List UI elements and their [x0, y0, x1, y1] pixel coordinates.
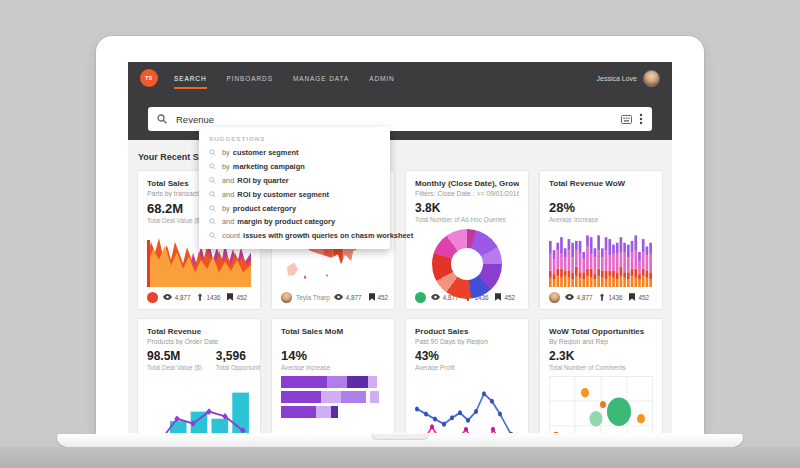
search-icon [209, 191, 216, 198]
search-icon [209, 149, 216, 156]
metric-value: 3,596 [216, 349, 261, 363]
card-total-revenue[interactable]: Total Revenue Products by Order Date 98.… [137, 318, 261, 433]
owner-avatar [147, 292, 158, 303]
views-count: 4,877 [577, 294, 593, 301]
card-title: WoW Total Opportunities [549, 327, 653, 336]
metric-value: 3.8K [415, 201, 519, 215]
views-icon [565, 294, 574, 300]
suggestion-item[interactable]: bycustomer segment [199, 146, 390, 160]
suggestion-item[interactable]: countissues with growth queries on chasm… [199, 229, 390, 243]
search-icon [209, 205, 216, 212]
tab-admin[interactable]: ADMIN [369, 62, 394, 94]
views-icon [163, 294, 172, 300]
card-subtitle: By Region and Rep [549, 338, 653, 345]
card-subtitle: Past 90 Days by Region [415, 338, 519, 345]
user-menu[interactable]: Jessica Love [597, 70, 660, 87]
desktop-background: TS SEARCH PINBOARDS MANAGE DATA ADMIN Je… [0, 0, 800, 468]
suggestion-item[interactable]: bymarketing campaign [199, 160, 390, 174]
card-subtitle: Filters: Close Date : >= 09/01/2016 ... [415, 190, 519, 197]
laptop-notch [371, 434, 429, 440]
search-input[interactable] [174, 113, 614, 126]
laptop-screen: TS SEARCH PINBOARDS MANAGE DATA ADMIN Je… [96, 36, 704, 434]
tab-manage-data[interactable]: MANAGE DATA [293, 62, 349, 94]
views-count: 4,877 [346, 294, 362, 301]
metric-label: Average Increase [549, 216, 653, 223]
suggestion-item[interactable]: byproduct catergory [199, 201, 390, 215]
share-icon [599, 293, 605, 301]
views-icon [431, 294, 440, 300]
owner-avatar [549, 292, 560, 303]
bookmark-icon[interactable] [495, 293, 501, 301]
tab-pinboards[interactable]: PINBOARDS [227, 62, 273, 94]
owner-avatar [415, 292, 426, 303]
card-title: Product Sales [415, 327, 519, 336]
metric-value: 14% [281, 348, 385, 363]
card-footer: 4,877 1436 452 [147, 290, 251, 304]
desk-surface [0, 447, 800, 468]
metric-label: Total Number of Ad-Hoc Queries [415, 216, 519, 223]
suggestion-item[interactable]: andROI by quarter [199, 174, 390, 188]
card-total-sales-mom[interactable]: Total Sales MoM 14% Average Increase [271, 318, 395, 433]
user-avatar [643, 70, 660, 87]
metric-value: 43% [415, 349, 519, 363]
user-name: Jessica Love [597, 75, 637, 82]
metric-label: Average Profit [415, 364, 519, 371]
keyboard-icon[interactable] [621, 115, 632, 124]
card-footer: 4,877 1436 452 [549, 290, 653, 304]
bubble-chart [549, 376, 653, 433]
tab-search[interactable]: SEARCH [174, 62, 207, 94]
card-subtitle: Products by Order Date [147, 338, 251, 345]
views-icon [334, 294, 343, 300]
app-logo[interactable]: TS [140, 69, 158, 87]
metric-value: 98.5M [147, 349, 202, 363]
share-count: 1436 [206, 294, 220, 301]
metric-label: Total Opportunities [216, 364, 261, 371]
bar-line-chart [147, 376, 251, 433]
laptop-base [57, 434, 743, 447]
views-count: 4,877 [175, 294, 191, 301]
search-icon [209, 177, 216, 184]
line-chart [415, 376, 519, 433]
bookmark-icon[interactable] [629, 293, 635, 301]
suggestions-header: SUGGESTIONS [199, 133, 390, 146]
horizontal-bar-chart [281, 376, 385, 433]
search-section [128, 94, 672, 131]
card-title: Monthly (Close Date), Growth [415, 179, 519, 188]
bookmark-count: 452 [638, 294, 649, 301]
card-monthly-growth[interactable]: Monthly (Close Date), Growth Filters: Cl… [405, 170, 529, 310]
metric-label: Total Deal Value ($) [147, 364, 202, 371]
nav-bar: TS SEARCH PINBOARDS MANAGE DATA ADMIN Je… [128, 62, 672, 94]
card-wow-total-opportunities[interactable]: WoW Total Opportunities By Region and Re… [539, 318, 663, 433]
search-suggestions-dropdown: SUGGESTIONS bycustomer segment bymarketi… [199, 127, 390, 249]
metric-value: 28% [549, 200, 653, 215]
search-icon [209, 163, 216, 170]
stacked-bar-chart [549, 228, 653, 287]
metric-label: Total Number of Comments [549, 364, 653, 371]
search-icon [209, 232, 216, 239]
card-product-sales[interactable]: Product Sales Past 90 Days by Region 43%… [405, 318, 529, 433]
card-total-revenue-wow[interactable]: Total Revenue WoW 28% Average Increase 4… [539, 170, 663, 310]
suggestion-item[interactable]: andROI by customer segment [199, 187, 390, 201]
share-icon [197, 293, 203, 301]
owner-name: Teyla Tharp [296, 294, 330, 301]
owner-avatar [281, 292, 292, 303]
card-title: Total Revenue [147, 327, 251, 336]
bookmark-count: 452 [504, 294, 515, 301]
card-footer: Teyla Tharp 4,877 452 [281, 290, 385, 304]
bookmark-icon[interactable] [369, 293, 375, 301]
bookmark-count: 452 [236, 294, 247, 301]
metric-label: Average Increase [281, 364, 385, 371]
more-options-icon[interactable] [639, 113, 643, 125]
metric-value: 2.3K [549, 349, 653, 363]
donut-chart [415, 228, 519, 287]
search-icon [157, 114, 167, 124]
share-count: 1436 [608, 294, 622, 301]
bookmark-count: 452 [378, 294, 389, 301]
card-title: Total Sales MoM [281, 327, 385, 336]
suggestion-item[interactable]: andmargin by product category [199, 215, 390, 229]
app-window: TS SEARCH PINBOARDS MANAGE DATA ADMIN Je… [128, 62, 672, 433]
card-title: Total Revenue WoW [549, 179, 653, 188]
search-icon [209, 218, 216, 225]
bookmark-icon[interactable] [227, 293, 233, 301]
